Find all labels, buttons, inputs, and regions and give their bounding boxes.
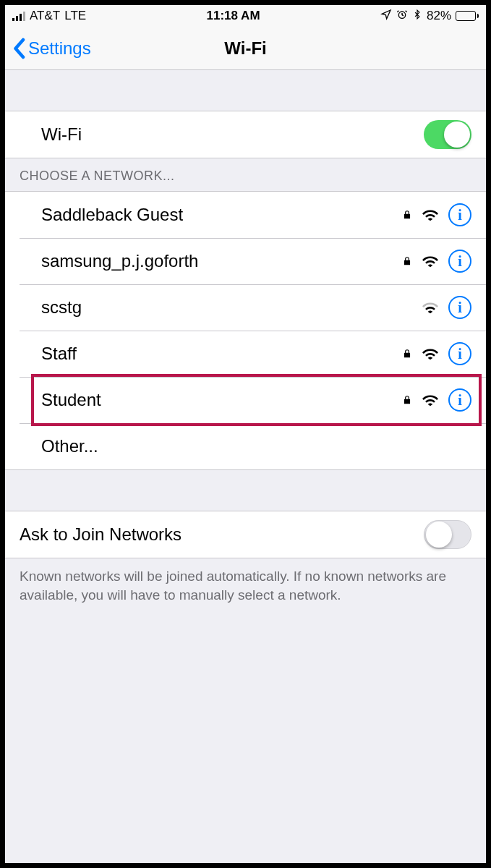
- network-row[interactable]: samsung_p.j.goforthi: [5, 238, 486, 284]
- network-controls: i: [402, 203, 471, 226]
- other-label: Other...: [20, 436, 471, 456]
- network-row[interactable]: Studenti: [5, 377, 486, 423]
- network-controls: i: [402, 250, 471, 273]
- network-name: Saddleback Guest: [20, 205, 402, 225]
- screen: AT&T LTE 11:18 AM 82% Settings: [4, 4, 487, 864]
- ask-join-label: Ask to Join Networks: [20, 524, 424, 545]
- status-right: 82%: [380, 9, 479, 24]
- network-controls: i: [402, 388, 471, 412]
- back-button[interactable]: Settings: [12, 27, 91, 69]
- network-name: scstg: [20, 297, 422, 318]
- spacer: [5, 470, 486, 511]
- ask-join-footer: Known networks will be joined automatica…: [5, 558, 486, 613]
- info-button[interactable]: i: [448, 296, 471, 319]
- network-name: Staff: [20, 344, 402, 364]
- wifi-signal-icon: [422, 347, 438, 360]
- status-left: AT&T LTE: [12, 9, 86, 23]
- battery-icon: [456, 11, 479, 21]
- lock-icon: [402, 393, 412, 407]
- cell-signal-icon: [12, 11, 25, 21]
- network-list: Saddleback Guestisamsung_p.j.goforthiscs…: [5, 191, 486, 470]
- nav-bar: Settings Wi-Fi: [5, 27, 486, 70]
- clock-label: 11:18 AM: [207, 9, 260, 23]
- back-label: Settings: [28, 38, 91, 59]
- network-name: Student: [20, 390, 402, 410]
- network-controls: i: [422, 296, 471, 319]
- wifi-signal-icon: [422, 208, 438, 221]
- lock-icon: [402, 255, 412, 268]
- info-button[interactable]: i: [448, 203, 471, 226]
- wifi-toggle-group: Wi-Fi: [5, 111, 486, 158]
- bluetooth-icon: [412, 9, 422, 24]
- network-name: samsung_p.j.goforth: [20, 251, 402, 271]
- status-bar: AT&T LTE 11:18 AM 82%: [5, 5, 486, 27]
- info-button[interactable]: i: [448, 388, 471, 412]
- carrier-label: AT&T: [30, 9, 60, 23]
- network-row[interactable]: Staffi: [5, 331, 486, 377]
- info-button[interactable]: i: [448, 250, 471, 273]
- choose-network-header: CHOOSE A NETWORK...: [5, 158, 486, 191]
- network-type-label: LTE: [64, 9, 86, 23]
- network-row[interactable]: Saddleback Guesti: [5, 192, 486, 238]
- battery-pct-label: 82%: [427, 9, 451, 23]
- wifi-signal-icon: [422, 301, 438, 314]
- wifi-toggle-row: Wi-Fi: [5, 111, 486, 158]
- ask-join-toggle[interactable]: [424, 520, 471, 549]
- info-button[interactable]: i: [448, 342, 471, 365]
- page-title: Wi-Fi: [224, 38, 266, 59]
- location-icon: [380, 9, 392, 24]
- lock-icon: [402, 208, 412, 221]
- ask-join-group: Ask to Join Networks: [5, 511, 486, 558]
- wifi-signal-icon: [422, 255, 438, 268]
- wifi-toggle[interactable]: [424, 120, 471, 149]
- spacer: [5, 70, 486, 111]
- network-row[interactable]: scstgi: [5, 284, 486, 331]
- wifi-toggle-label: Wi-Fi: [20, 124, 424, 145]
- lock-icon: [402, 347, 412, 360]
- chevron-left-icon: [12, 38, 25, 59]
- network-controls: i: [402, 342, 471, 365]
- ask-join-row: Ask to Join Networks: [5, 511, 486, 558]
- other-network-row[interactable]: Other...: [5, 423, 486, 469]
- wifi-signal-icon: [422, 393, 438, 407]
- alarm-icon: [396, 9, 408, 24]
